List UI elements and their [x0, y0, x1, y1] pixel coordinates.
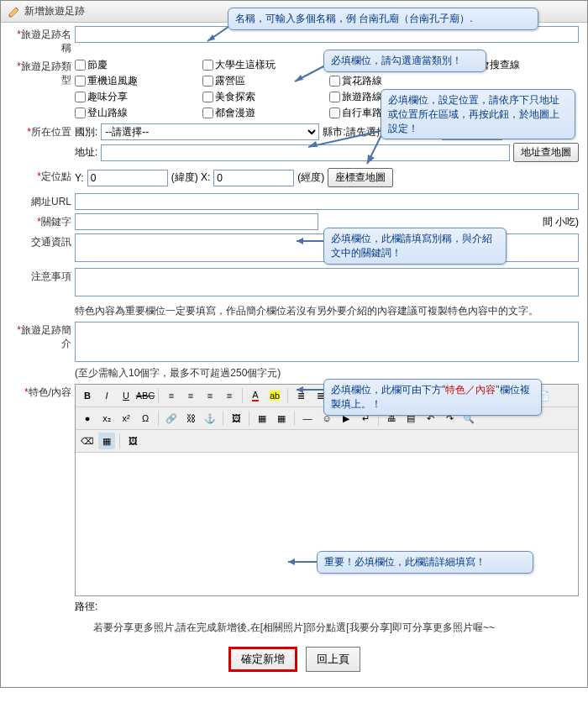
svg-marker-5 [308, 141, 318, 147]
underline-icon[interactable]: U [118, 387, 134, 404]
y-input[interactable] [87, 170, 168, 186]
sup-icon[interactable]: x² [118, 410, 134, 427]
notice-textarea[interactable] [75, 268, 579, 296]
callout-brief: 必填欄位，此欄可由下方"特色／內容"欄位複製填上。！ [323, 379, 542, 416]
label-content: 特色/內容 [29, 386, 71, 398]
label-location: 所在位置 [31, 126, 71, 138]
svg-marker-9 [297, 238, 303, 244]
type-checkbox[interactable]: 趣味分享 [75, 90, 197, 104]
lat-label: (緯度) X: [171, 170, 211, 185]
label-traffic: 交通資訊 [31, 236, 71, 248]
brief-textarea[interactable] [75, 322, 579, 362]
label-brief: 旅遊足跡簡介 [21, 324, 71, 349]
align-center-icon[interactable]: ≡ [182, 387, 199, 404]
bullet-icon[interactable]: ● [79, 410, 96, 427]
callout-loc: 必填欄位，設定位置，請依序下只地址或位置所在區域，再按此鈕，於地圖上設定！ [381, 89, 575, 139]
back-button[interactable]: 回上頁 [306, 647, 360, 672]
addr-map-button[interactable]: 地址查地圖 [513, 143, 579, 162]
path-label: 路徑: [75, 600, 579, 614]
highlight-icon[interactable]: ab [266, 387, 283, 404]
svg-marker-1 [207, 34, 215, 41]
omega-icon[interactable]: Ω [137, 410, 154, 427]
country-select[interactable]: --請選擇-- [101, 123, 319, 140]
lng-label: (經度) [297, 170, 324, 185]
callout-name: 名稱，可輸入多個名稱，例 台南孔廟（台南孔子廟）. [228, 8, 538, 30]
y-label: Y: [75, 172, 84, 184]
eraser-icon[interactable]: ⌫ [79, 433, 96, 449]
type-checkbox[interactable]: 美食探索 [202, 90, 325, 104]
type-checkbox[interactable]: 節慶 [75, 58, 197, 72]
italic-icon[interactable]: I [98, 387, 115, 404]
label-coord: 定位點 [41, 170, 71, 182]
x-input[interactable] [213, 170, 294, 186]
callout-content: 重要！必填欄位，此欄請詳細填寫！ [317, 551, 533, 574]
label-notice: 注意事項 [31, 270, 71, 282]
keyword-suffix: 間 小吃) [543, 215, 579, 229]
callout-keyword: 必填欄位，此欄請填寫別稱，與介紹文中的關鍵詞！ [323, 228, 507, 265]
submit-button[interactable]: 確定新增 [228, 647, 297, 672]
form-window: 新增旅遊足跡 *旅遊足跡名稱 *旅遊足跡類型 節慶 大學生這樣玩 吃喝玩樂逛夜市… [0, 0, 588, 688]
coord-map-button[interactable]: 座標查地圖 [328, 168, 393, 187]
pencil-icon [8, 5, 21, 18]
font-color-icon[interactable]: A [247, 387, 264, 404]
addr-label: 地址: [75, 145, 97, 160]
brief-note: 特色內容為重要欄位一定要填寫，作品簡介欄位若沒有另外要介紹的內容建議可複製特色內… [75, 304, 579, 318]
type-checkbox[interactable]: 都會漫遊 [202, 106, 325, 120]
bold-icon[interactable]: B [79, 387, 96, 404]
label-keyword: 關鍵字 [41, 216, 71, 228]
table2-icon[interactable]: ▦ [273, 410, 290, 427]
image-icon[interactable]: 🖼 [228, 410, 244, 427]
label-type: 旅遊足跡類型 [21, 60, 71, 86]
link-icon[interactable]: 🔗 [163, 410, 180, 427]
grid-icon[interactable]: ▦ [98, 433, 115, 449]
align-justify-icon[interactable]: ≡ [221, 387, 238, 404]
unlink-icon[interactable]: ⛓ [182, 410, 199, 427]
type-checkbox[interactable]: 賞花路線 [329, 74, 452, 88]
country-label: 國別: [75, 125, 97, 139]
strike-icon[interactable]: ABC [137, 387, 154, 404]
share-note: 若要分享更多照片,請在完成新增後,在[相關照片]部分點選[我要分享]即可分享更多… [9, 621, 579, 635]
type-checkbox[interactable]: 登山路線 [75, 106, 197, 120]
editor-body[interactable] [76, 453, 578, 595]
svg-marker-13 [288, 559, 295, 565]
table-icon[interactable]: ▦ [254, 410, 270, 427]
insert-image-icon[interactable]: 🖼 [124, 433, 141, 449]
align-left-icon[interactable]: ≡ [163, 387, 180, 404]
hr-icon[interactable]: — [299, 410, 316, 427]
anchor-icon[interactable]: ⚓ [202, 410, 218, 427]
sub-icon[interactable]: x₂ [98, 410, 115, 427]
align-right-icon[interactable]: ≡ [202, 387, 218, 404]
editor-toolbar-3: ⌫ ▦ 🖼 [76, 430, 578, 453]
label-url: 網址URL [31, 196, 71, 207]
keyword-input[interactable] [75, 213, 318, 230]
svg-marker-3 [295, 75, 303, 81]
url-input[interactable] [75, 193, 579, 210]
window-title: 新增旅遊足跡 [24, 4, 85, 18]
type-checkbox[interactable]: 重機追風趣 [75, 74, 197, 88]
label-name: 旅遊足跡名稱 [21, 29, 71, 54]
svg-marker-11 [297, 386, 303, 393]
callout-type: 必填欄位，請勾選適當類別！ [323, 50, 486, 72]
svg-line-4 [308, 130, 384, 147]
